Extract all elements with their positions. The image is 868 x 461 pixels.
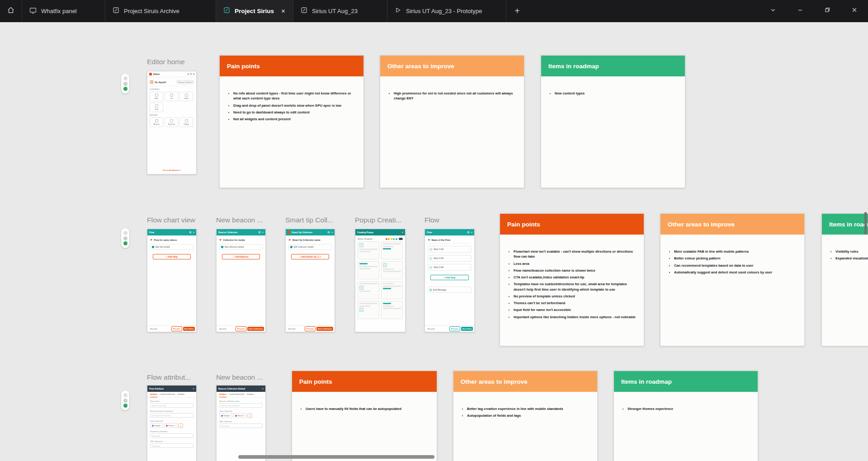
add-step-button[interactable]: + Add Step bbox=[430, 275, 469, 280]
text-input[interactable]: Keywords bbox=[150, 433, 193, 438]
manage-dashboard-button[interactable]: Manage Dashboard bbox=[176, 80, 194, 84]
flow-step[interactable]: Step 1 title ⋮ bbox=[428, 246, 472, 253]
save-button[interactable]: Save Collection bbox=[247, 327, 264, 331]
template-thumb[interactable] bbox=[358, 301, 379, 319]
card-pain-points-row3[interactable]: Pain points Users have to manually fill … bbox=[292, 371, 437, 461]
palette-dot[interactable] bbox=[388, 238, 390, 240]
template-thumb[interactable] bbox=[358, 281, 379, 299]
card-items-roadmap-row1[interactable]: Items in roadmap New content types bbox=[541, 55, 685, 188]
frame-beacon-collection-default[interactable]: Beacon Collection Default × DETAILS CONF… bbox=[216, 385, 266, 461]
edit-details-row[interactable]: Edit Collection details bbox=[288, 244, 332, 250]
close-window-button[interactable] bbox=[841, 0, 868, 22]
card-items-roadmap-row2[interactable]: Items in roadmap Visibility rulesExpande… bbox=[821, 213, 868, 346]
frame-label-smart-tip[interactable]: Smart tip Coll... bbox=[285, 216, 333, 224]
save-button[interactable]: Save Flow bbox=[183, 327, 195, 331]
edit-details-row[interactable]: Edit flow details bbox=[150, 244, 193, 250]
tag-chip[interactable]: Search▾ bbox=[164, 423, 177, 428]
frame-editor-home[interactable]: Editor Hi, Ayush! Manage Dashboard CONTE… bbox=[147, 71, 197, 174]
minimize-button[interactable] bbox=[787, 0, 814, 22]
content-type-button[interactable]: Flow bbox=[150, 92, 163, 101]
tab-project-siruis-archive[interactable]: Project Siruis Archive bbox=[105, 0, 216, 22]
template-thumb[interactable] bbox=[381, 281, 403, 299]
tab-themes[interactable]: THEMES bbox=[177, 394, 184, 397]
card-pain-points-row2[interactable]: Pain points Flowchart view isn't scalabl… bbox=[500, 213, 644, 346]
card-other-areas-row3[interactable]: Other areas to improve Better tag creati… bbox=[453, 371, 598, 461]
template-thumb[interactable] bbox=[381, 241, 403, 259]
add-step-button[interactable]: + Add Step bbox=[153, 254, 191, 259]
frame-label-popup-creation[interactable]: Popup Creati... bbox=[355, 216, 401, 224]
end-message-row[interactable]: End Message bbox=[428, 287, 472, 293]
frame-popup-creation[interactable]: Creating Popup × Select Template bbox=[355, 229, 406, 332]
widget-button[interactable]: Smart tip bbox=[165, 118, 178, 127]
frame-label-flow[interactable]: Flow bbox=[425, 216, 439, 224]
tag-chip[interactable]: Search▾ bbox=[233, 413, 246, 418]
restore-button[interactable] bbox=[814, 0, 841, 22]
close-tab-icon[interactable] bbox=[281, 9, 286, 14]
frame-label-flow-attributes[interactable]: Flow attribut... bbox=[147, 373, 191, 381]
palette-dot[interactable] bbox=[391, 238, 392, 240]
flow-step[interactable]: Step 3 title ⋮ bbox=[428, 264, 472, 271]
frame-label-new-beacon[interactable]: New beacon ... bbox=[216, 216, 263, 224]
palette-dot[interactable] bbox=[396, 238, 397, 240]
toggle[interactable] bbox=[399, 238, 403, 240]
discard-button[interactable]: Discard bbox=[287, 327, 297, 331]
frame-smart-tip-collection[interactable]: Smart Up Collection × ⚑ Smart Up Collect… bbox=[285, 229, 335, 332]
card-other-areas-row1[interactable]: Other areas to improve High prominence f… bbox=[380, 55, 524, 188]
template-thumb[interactable] bbox=[381, 261, 403, 279]
tab-project-sirius[interactable]: Project Sirius bbox=[216, 0, 293, 22]
flow-step[interactable]: Step 2 title ⋮ bbox=[428, 255, 472, 262]
add-tag-button[interactable]: + bbox=[178, 423, 183, 428]
tab-details[interactable]: DETAILS bbox=[219, 394, 226, 397]
collaborator-pill[interactable] bbox=[121, 228, 129, 248]
frame-label-editor-home[interactable]: Editor home bbox=[147, 58, 185, 66]
tab-configurations[interactable]: CONFIGURATIONS bbox=[160, 394, 175, 397]
widget-button[interactable]: Beacon bbox=[150, 118, 163, 127]
collaborator-pill[interactable] bbox=[121, 74, 129, 94]
color-palette[interactable] bbox=[386, 238, 403, 240]
text-input[interactable]: Keywords bbox=[150, 443, 193, 448]
content-type-button[interactable]: Video bbox=[179, 92, 193, 101]
tab-themes[interactable]: THEMES bbox=[246, 394, 254, 397]
text-input[interactable]: Name of the flow bbox=[150, 403, 193, 408]
frame-new-beacon-collection[interactable]: Beacon Collection × ⚑ Collection for med… bbox=[216, 229, 266, 332]
tab-details[interactable]: DETAILS bbox=[150, 394, 157, 397]
content-type-button[interactable]: Task bbox=[150, 103, 163, 112]
frame-flow-attributes[interactable]: Flow Attribute × DETAILS CONFIGURATIONS … bbox=[147, 385, 197, 461]
card-items-roadmap-row3[interactable]: Items in roadmap Stronger themes experie… bbox=[613, 371, 758, 461]
dropdown-chevron-button[interactable] bbox=[760, 0, 787, 22]
add-smart-tip-button[interactable]: + Add Smart Up ▾ bbox=[291, 254, 329, 259]
tab-sirius-ut-aug23[interactable]: Sirius UT Aug_23 bbox=[293, 0, 387, 22]
template-thumb[interactable] bbox=[358, 241, 379, 259]
new-tab-button[interactable]: + bbox=[506, 0, 528, 22]
edit-details-row[interactable]: Edit collection details bbox=[219, 244, 263, 250]
tab-configurations[interactable]: CONFIGURATIONS bbox=[229, 394, 244, 397]
preview-button[interactable]: Preview bbox=[449, 326, 460, 331]
palette-dot[interactable] bbox=[393, 238, 395, 240]
tag-chip[interactable]: Google▾ bbox=[150, 423, 163, 428]
tag-chip[interactable]: Google▾ bbox=[219, 413, 232, 418]
template-thumb[interactable] bbox=[381, 301, 403, 319]
frame-label-flow-chart-view[interactable]: Flow chart view bbox=[147, 216, 195, 224]
discard-button[interactable]: Discard bbox=[218, 327, 227, 331]
save-button[interactable]: Save Collection bbox=[316, 327, 333, 331]
add-tag-button[interactable]: + bbox=[247, 414, 252, 418]
tab-whatfix-panel[interactable]: Whatfix panel bbox=[22, 0, 105, 22]
home-button[interactable] bbox=[0, 0, 22, 22]
card-pain-points-row1[interactable]: Pain points No info about content types … bbox=[219, 55, 364, 188]
discard-button[interactable]: Discard bbox=[426, 327, 436, 331]
horizontal-scrollbar[interactable] bbox=[238, 455, 434, 459]
go-to-dashboard-link[interactable]: Go to dashboard ↗ bbox=[147, 169, 196, 171]
preview-button[interactable]: Preview bbox=[305, 326, 316, 331]
flow-name-field[interactable]: ⚑ Name of the Flow bbox=[428, 239, 472, 244]
dropdown-caret-icon[interactable]: ▾ bbox=[318, 256, 321, 258]
frame-flow-chart-view[interactable]: Flow × ⚑ Flow for same videos Edit flow … bbox=[147, 229, 197, 332]
add-beacon-button[interactable]: + Add Beacon bbox=[222, 254, 260, 259]
widget-button[interactable]: Popup bbox=[179, 118, 193, 127]
preview-button[interactable]: Preview bbox=[236, 326, 246, 331]
collaborator-pill[interactable] bbox=[121, 390, 129, 410]
content-type-button[interactable]: List bbox=[165, 92, 178, 101]
frame-label-new-beacon-default[interactable]: New beacon ... bbox=[216, 373, 263, 381]
template-thumb[interactable] bbox=[358, 261, 379, 279]
frame-flow-steps[interactable]: Flow × ⚑ Name of the Flow Step 1 title ⋮… bbox=[425, 229, 475, 332]
text-input[interactable]: Description of the flow bbox=[150, 413, 193, 418]
